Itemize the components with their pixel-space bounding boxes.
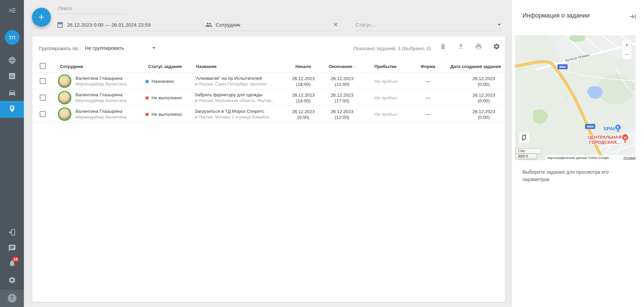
table-row[interactable]: Валентина Глазырина Мерчендайзер Валенти… [32, 73, 505, 90]
poi-hospital-label-2: ГОРОДСКАЯ... [589, 140, 620, 145]
map-zoom-control[interactable]: + − [622, 40, 632, 59]
column-header-end[interactable]: Окончание ↓ [322, 64, 362, 69]
collapse-panel-icon[interactable] [629, 13, 637, 20]
column-header-start[interactable]: Начало [285, 64, 322, 69]
sort-desc-icon: ↓ [353, 64, 356, 69]
avatar: ТП [5, 30, 20, 45]
column-header-arrival[interactable]: Прибытие [374, 64, 397, 69]
column-header-created[interactable]: Дата создания задания [445, 64, 502, 69]
task-title: Загрузиться в ТД Мороз Спиритс [195, 109, 264, 114]
start-cell: 26.12.2023(18:00) [285, 76, 322, 87]
map[interactable]: вулиця Мамая M04 M04 SPAR ЦЕНТРАЛЬНАЯ ГО… [515, 35, 636, 160]
svg-text:M04: M04 [560, 65, 566, 69]
table-row[interactable]: Валентина Глазырина Мерчендайзер Валенти… [32, 90, 505, 106]
table-toolbar: Группировать по: Не группировать Показан… [32, 36, 505, 60]
sidebar-item-settings[interactable] [0, 273, 24, 288]
status-dot [145, 96, 149, 100]
map-terms-link[interactable]: Условия [623, 156, 636, 160]
group-by-label: Группировать по: [39, 45, 79, 51]
map-attribution: Картографические данные ©2023 Google [547, 156, 609, 160]
column-header-form[interactable]: Форма [418, 64, 438, 69]
sidebar-item-notifications[interactable]: 14 [0, 256, 24, 272]
delete-button[interactable] [439, 43, 447, 50]
search-input[interactable]: Поиск [58, 3, 125, 14]
clear-employee-icon[interactable] [333, 22, 339, 29]
column-header-name[interactable]: Название [196, 64, 216, 69]
date-range-filter[interactable]: 26.12.2023 0:00 — 26.01.2024 23:59 [57, 19, 199, 31]
form-cell: — [418, 111, 438, 117]
poi-hospital-label-1: ЦЕНТРАЛЬНАЯ [588, 135, 621, 140]
status-text: Не выполнено [151, 95, 182, 100]
employee-name: Валентина Глазырина [75, 92, 122, 97]
employee-filter-value: Сотрудник [216, 22, 240, 28]
row-checkbox[interactable] [40, 111, 46, 117]
end-cell: 26.12.2023(12:00) [322, 109, 362, 120]
route-shield: M04 [557, 64, 568, 69]
sidebar-item-add-device[interactable] [0, 225, 24, 241]
svg-text:M04: M04 [587, 125, 594, 128]
sidebar-item-reports[interactable] [0, 69, 24, 84]
route-icon: ⇄ [195, 82, 198, 87]
row-checkbox[interactable] [40, 95, 46, 101]
route-icon: ⇄ [195, 115, 198, 120]
employee-filter[interactable]: Сотрудник [205, 19, 340, 31]
end-cell: 26.12.2023(17:00) [322, 92, 362, 104]
status-text: Назначено [151, 79, 174, 84]
employee-name: Валентина Глазырина [75, 76, 122, 81]
task-title: "Алкомагия" на пр.Испытателей [195, 76, 262, 81]
chevron-down-icon [152, 47, 156, 49]
table-settings-button[interactable] [493, 43, 500, 50]
route-icon: ⇄ [195, 98, 198, 103]
column-header-status[interactable]: Статус задания [148, 64, 182, 69]
menu-toggle-button[interactable] [0, 3, 24, 19]
map-scale-km: 1 km [516, 148, 541, 154]
people-icon [205, 21, 212, 28]
zoom-out-button[interactable]: − [625, 51, 629, 58]
employee-name: Валентина Глазырина [75, 109, 122, 114]
bar-chart-icon [8, 72, 16, 81]
employee-role: Мерчендайзер Валентина [75, 82, 127, 87]
task-address: ⇄Россия, Санкт-Петербург, проспект ... [195, 82, 272, 87]
row-checkbox[interactable] [40, 78, 46, 84]
form-cell: — [418, 78, 438, 84]
gear-icon [8, 276, 16, 285]
table-row[interactable]: Валентина Глазырина Мерчендайзер Валенти… [32, 106, 505, 123]
map-imagery-button[interactable] [519, 132, 530, 143]
sidebar-help-item[interactable]: ? [0, 289, 24, 307]
group-by-select[interactable]: Не группировать [85, 45, 156, 51]
task-address: ⇄Россия, Москва, 1-я улица Измайло... [195, 115, 273, 120]
globe-icon [8, 56, 16, 66]
svg-text:H: H [624, 136, 626, 140]
task-info-panel: Информация о задании [512, 0, 644, 307]
sidebar-item-vehicles[interactable] [0, 86, 24, 101]
print-button[interactable] [475, 43, 482, 50]
task-pin-clock-icon [8, 105, 16, 114]
sidebar-item-messages[interactable] [0, 241, 24, 257]
route-shield: M04 [585, 124, 595, 129]
created-cell: 26.12.2023(0:00) [465, 76, 502, 87]
task-address: ⇄Россия, Московская область, Реутов... [195, 98, 274, 103]
status-filter[interactable]: Статус... [355, 19, 502, 31]
add-task-button[interactable]: + [32, 8, 51, 27]
form-cell: — [418, 95, 438, 100]
sidebar-item-tasks[interactable] [0, 101, 24, 118]
column-header-employee[interactable]: Сотрудник [60, 64, 83, 69]
employee-avatar [58, 107, 71, 121]
notifications-count-badge: 14 [12, 257, 20, 262]
zoom-in-button[interactable]: + [625, 42, 629, 48]
employee-role: Мерчендайзер Валентина [75, 98, 127, 103]
employee-role: Мерчендайзер Валентина [75, 115, 127, 120]
sidebar-item-web[interactable] [0, 53, 24, 69]
user-avatar-item[interactable]: ТП [0, 30, 24, 45]
status-dot [145, 113, 149, 116]
start-cell: 26.12.2023(0:00) [285, 109, 322, 120]
employee-avatar [58, 91, 71, 104]
select-all-checkbox[interactable] [40, 63, 46, 69]
sidebar: ТП 14 ? [0, 0, 24, 307]
created-cell: 26.12.2023(0:00) [465, 92, 502, 104]
add-device-icon [8, 228, 16, 238]
svg-text:3000 ft: 3000 ft [518, 155, 528, 158]
group-by-value: Не группировать [85, 45, 124, 51]
download-button[interactable] [457, 43, 465, 50]
start-cell: 26.12.2023(14:00) [285, 92, 322, 104]
